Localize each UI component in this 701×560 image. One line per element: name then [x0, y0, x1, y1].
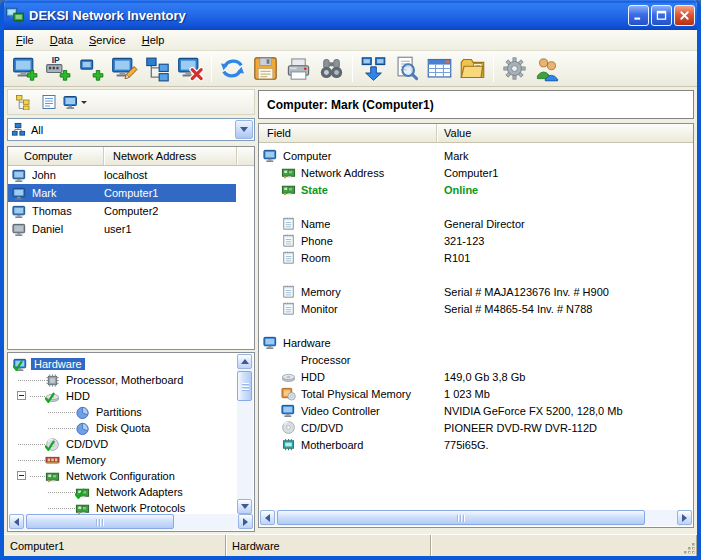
- field-row-motherboard[interactable]: Motherboard 775i65G.: [259, 436, 693, 453]
- column-header-network-address[interactable]: Network Address: [104, 147, 237, 165]
- resize-grip[interactable]: [683, 542, 696, 555]
- users-button[interactable]: [531, 53, 564, 85]
- field-row-total-physical-memory[interactable]: Total Physical Memory 1 023 Mb: [259, 385, 693, 402]
- find-button[interactable]: [315, 53, 348, 85]
- field-value: Computer1: [437, 167, 693, 179]
- category-tree-panel: Hardware Processor, Motherboard HDD: [7, 352, 255, 532]
- add-host-button[interactable]: [75, 53, 108, 85]
- menu-file[interactable]: File: [8, 32, 42, 48]
- tree-expander-icon[interactable]: [17, 471, 26, 480]
- tree-item-network-configuration[interactable]: Network Configuration: [9, 468, 237, 484]
- tree-expander-icon[interactable]: [17, 391, 26, 400]
- computer-row-mark[interactable]: Mark Computer1: [8, 184, 254, 202]
- detail-horizontal-scrollbar[interactable]: [260, 510, 692, 526]
- tree-item-memory[interactable]: Memory: [9, 452, 237, 468]
- field-row-hardware[interactable]: Hardware: [259, 334, 693, 351]
- column-header-field[interactable]: Field: [259, 124, 437, 142]
- scan-network-button[interactable]: [357, 53, 390, 85]
- reports-folder-button[interactable]: [456, 53, 489, 85]
- scroll-down-button[interactable]: [237, 499, 252, 514]
- mem-disc-icon: [281, 386, 296, 401]
- menu-service[interactable]: Service: [81, 32, 134, 48]
- add-computer-button[interactable]: [9, 53, 42, 85]
- scroll-up-button[interactable]: [237, 354, 252, 369]
- minimize-button[interactable]: [628, 5, 649, 26]
- tree-item-cd-dvd[interactable]: CD/DVD: [9, 436, 237, 452]
- tree-item-label: Network Configuration: [63, 470, 178, 482]
- tree-connector: [45, 420, 75, 436]
- field-value: Mark: [437, 150, 693, 162]
- preview-report-button[interactable]: [390, 53, 423, 85]
- group-tree-button[interactable]: [11, 92, 35, 113]
- field-row-video-controller[interactable]: Video Controller NVIDIA GeForce FX 5200,…: [259, 402, 693, 419]
- tree-connector: [15, 468, 45, 484]
- monitor-icon: [263, 148, 278, 163]
- field-row-monitor[interactable]: Monitor Serial # M4865-54 Inv. # N788: [259, 300, 693, 317]
- report-table-button[interactable]: [423, 53, 456, 85]
- computer-row-daniel[interactable]: Daniel user1: [8, 220, 254, 238]
- close-button[interactable]: [674, 5, 695, 26]
- field-row-processor[interactable]: Processor: [259, 351, 693, 368]
- field-name: Video Controller: [296, 405, 380, 417]
- column-header-value[interactable]: Value: [437, 124, 693, 142]
- computer-view-button[interactable]: [63, 92, 87, 113]
- delete-computer-button[interactable]: [174, 53, 207, 85]
- field-row-blank[interactable]: [259, 266, 693, 283]
- tree-item-processor-motherboard[interactable]: Processor, Motherboard: [9, 372, 237, 388]
- field-row-blank[interactable]: [259, 198, 693, 215]
- column-header-blank[interactable]: [237, 147, 254, 165]
- maximize-button[interactable]: [651, 5, 672, 26]
- tree-item-hardware[interactable]: Hardware: [9, 356, 237, 372]
- field-row-room[interactable]: Room R101: [259, 249, 693, 266]
- scroll-left-button[interactable]: [9, 514, 24, 529]
- preview-report-icon: [393, 55, 420, 82]
- network-map-button[interactable]: [141, 53, 174, 85]
- tree-horizontal-scrollbar[interactable]: [9, 514, 253, 530]
- tree-item-hdd[interactable]: HDD: [9, 388, 237, 404]
- notepad-icon: [281, 301, 296, 316]
- field-row-network-address[interactable]: Network Address Computer1: [259, 164, 693, 181]
- scroll-thumb[interactable]: [26, 514, 174, 529]
- pie-icon: [75, 421, 90, 436]
- tree-vertical-scrollbar[interactable]: [237, 354, 253, 514]
- network-address: Computer2: [104, 205, 236, 217]
- field-row-cd-dvd[interactable]: CD/DVD PIONEER DVD-RW DVR-112D: [259, 419, 693, 436]
- group-filter-combobox[interactable]: All: [7, 118, 255, 141]
- refresh-button[interactable]: [216, 53, 249, 85]
- tree-item-partitions[interactable]: Partitions: [9, 404, 237, 420]
- scroll-right-button[interactable]: [238, 514, 253, 529]
- save-button[interactable]: [249, 53, 282, 85]
- tree-item-label: HDD: [63, 390, 93, 402]
- computer-row-thomas[interactable]: Thomas Computer2: [8, 202, 254, 220]
- tree-item-label: Disk Quota: [93, 422, 153, 434]
- scroll-thumb[interactable]: [277, 510, 645, 525]
- combobox-dropdown-button[interactable]: [235, 120, 253, 139]
- column-header-computer[interactable]: Computer: [8, 147, 104, 165]
- field-row-phone[interactable]: Phone 321-123: [259, 232, 693, 249]
- computer-row-john[interactable]: John localhost: [8, 166, 254, 184]
- field-row-hdd[interactable]: HDD 149,0 Gb 3,8 Gb: [259, 368, 693, 385]
- print-icon: [285, 55, 312, 82]
- field-row-name[interactable]: Name General Director: [259, 215, 693, 232]
- field-row-blank[interactable]: [259, 317, 693, 334]
- print-button[interactable]: [282, 53, 315, 85]
- details-view-button[interactable]: [37, 92, 61, 113]
- field-row-memory[interactable]: Memory Serial # MAJA123676 Inv. # H900: [259, 283, 693, 300]
- blank-icon: [281, 352, 296, 367]
- tree-item-network-protocols[interactable]: Network Protocols: [9, 500, 237, 514]
- field-row-computer[interactable]: Computer Mark: [259, 147, 693, 164]
- tree-connector: [45, 484, 75, 500]
- add-host-icon: [78, 55, 105, 82]
- add-ip-range-button[interactable]: IP: [42, 53, 75, 85]
- field-row-state[interactable]: State Online: [259, 181, 693, 198]
- menu-help[interactable]: Help: [134, 32, 173, 48]
- settings-button[interactable]: [498, 53, 531, 85]
- scroll-left-button[interactable]: [260, 510, 275, 525]
- menu-data[interactable]: Data: [42, 32, 81, 48]
- scroll-thumb[interactable]: [237, 371, 252, 401]
- tree-connector: [15, 372, 45, 388]
- tree-item-disk-quota[interactable]: Disk Quota: [9, 420, 237, 436]
- scroll-right-button[interactable]: [677, 510, 692, 525]
- edit-computer-button[interactable]: [108, 53, 141, 85]
- tree-item-network-adapters[interactable]: Network Adapters: [9, 484, 237, 500]
